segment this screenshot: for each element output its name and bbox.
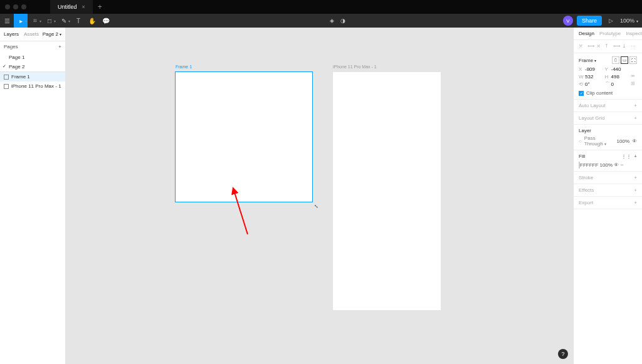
- mask-icon[interactable]: ◑: [337, 18, 349, 24]
- blend-mode-select[interactable]: Pass Through ▾: [584, 135, 614, 147]
- add-fill-button[interactable]: +: [634, 153, 637, 159]
- add-effect-button[interactable]: +: [634, 187, 637, 193]
- layoutgrid-section: Layout Grid: [579, 115, 604, 121]
- clip-label: Clip content: [586, 90, 613, 96]
- traffic-light-min[interactable]: [13, 4, 18, 9]
- distribute-icon[interactable]: ⋯: [631, 43, 637, 49]
- align-right-icon[interactable]: ⤨: [596, 43, 603, 49]
- layer-item-frame1[interactable]: Frame 1: [0, 72, 65, 81]
- visibility-icon[interactable]: 👁: [632, 138, 637, 144]
- fill-opacity[interactable]: 100%: [600, 162, 613, 168]
- layer-section-header: Layer: [579, 128, 637, 133]
- window-controls[interactable]: [0, 4, 31, 9]
- pages-header: Pages: [4, 44, 18, 49]
- tab-inspect[interactable]: Inspect: [626, 31, 642, 36]
- fill-visibility-icon[interactable]: 👁: [614, 162, 619, 168]
- frame-label[interactable]: iPhone 11 Pro Max - 1: [333, 65, 377, 69]
- page-item[interactable]: Page 2: [0, 62, 65, 71]
- layer-item-iphone[interactable]: iPhone 11 Pro Max - 1: [0, 81, 65, 91]
- frame-icon: [4, 75, 9, 80]
- text-tool[interactable]: T: [71, 14, 85, 28]
- align-bottom-icon[interactable]: ⤓: [622, 43, 628, 49]
- component-icon[interactable]: ◈: [327, 18, 337, 24]
- fit-icon[interactable]: ⛶: [629, 56, 637, 64]
- add-stroke-button[interactable]: +: [634, 175, 637, 180]
- prop-h[interactable]: 498: [611, 74, 619, 80]
- prop-y[interactable]: -440: [611, 66, 621, 72]
- stroke-section: Stroke: [579, 175, 593, 180]
- document-title: Untitled: [58, 4, 77, 10]
- frame-section-header[interactable]: Frame ▾: [579, 58, 596, 63]
- layer-label: Frame 1: [11, 74, 30, 80]
- traffic-light-max[interactable]: [21, 4, 26, 9]
- new-tab-button[interactable]: +: [93, 3, 107, 11]
- align-hcenter-icon[interactable]: ⟷: [587, 43, 594, 49]
- layer-label: iPhone 11 Pro Max - 1: [11, 83, 61, 89]
- prop-radius[interactable]: 0: [611, 81, 614, 87]
- resize-handle-se[interactable]: ⤡: [314, 204, 318, 208]
- orientation-portrait-icon[interactable]: ▯: [612, 56, 619, 64]
- add-autolayout-button[interactable]: +: [634, 103, 637, 108]
- frame-iphone[interactable]: iPhone 11 Pro Max - 1: [333, 72, 441, 310]
- fill-section-header: Fill: [579, 153, 585, 159]
- tab-prototype[interactable]: Prototype: [599, 31, 621, 36]
- add-export-button[interactable]: +: [634, 200, 637, 205]
- document-tab[interactable]: Untitled ×: [50, 0, 93, 14]
- clip-checkbox[interactable]: ✓: [579, 91, 584, 96]
- tab-layers[interactable]: Layers: [4, 31, 19, 37]
- align-left-icon[interactable]: ⤧: [579, 43, 585, 49]
- export-section: Export: [579, 200, 593, 205]
- tab-assets[interactable]: Assets: [24, 31, 39, 37]
- present-icon[interactable]: ▷: [606, 18, 616, 24]
- menu-icon[interactable]: ☰: [0, 14, 14, 28]
- close-tab-icon[interactable]: ×: [82, 4, 85, 10]
- prop-rotation[interactable]: 0°: [585, 81, 590, 87]
- comment-tool[interactable]: 💬: [99, 14, 113, 28]
- frame-icon: [4, 84, 9, 89]
- effects-section: Effects: [579, 187, 594, 193]
- fill-style-button[interactable]: ⋮⋮: [621, 153, 631, 159]
- zoom-control[interactable]: 100%▾: [616, 18, 642, 24]
- prop-x[interactable]: -809: [585, 66, 595, 72]
- autolayout-section: Auto Layout: [579, 103, 606, 108]
- tab-design[interactable]: Design: [579, 31, 594, 36]
- frame-1[interactable]: Frame 1 ⤡: [176, 72, 312, 202]
- align-top-icon[interactable]: ⤒: [604, 43, 611, 49]
- canvas[interactable]: Frame 1 ⤡ iPhone 11 Pro Max - 1 ?: [66, 28, 573, 364]
- help-button[interactable]: ?: [558, 349, 568, 359]
- frame-label[interactable]: Frame 1: [176, 65, 192, 69]
- traffic-light-close[interactable]: [5, 4, 10, 9]
- align-vcenter-icon[interactable]: ⟷: [613, 43, 619, 49]
- avatar[interactable]: V: [563, 16, 573, 26]
- constrain-icon[interactable]: ⚮: [631, 73, 637, 80]
- fill-hex[interactable]: FFFFFF: [580, 162, 598, 168]
- hand-tool[interactable]: ✋: [85, 14, 99, 28]
- orientation-landscape-icon[interactable]: ▭: [621, 56, 628, 64]
- share-button[interactable]: Share: [577, 16, 602, 26]
- prop-w[interactable]: 532: [585, 74, 593, 80]
- blend-circle-icon[interactable]: ○: [579, 138, 582, 144]
- layer-opacity[interactable]: 100%: [617, 138, 629, 144]
- corners-icon[interactable]: ⊞: [631, 81, 637, 87]
- add-page-button[interactable]: +: [58, 44, 61, 49]
- remove-fill-button[interactable]: −: [621, 162, 624, 168]
- page-selector[interactable]: Page 2▾: [43, 31, 61, 37]
- page-item[interactable]: Page 1: [0, 53, 65, 62]
- add-layoutgrid-button[interactable]: +: [634, 115, 637, 121]
